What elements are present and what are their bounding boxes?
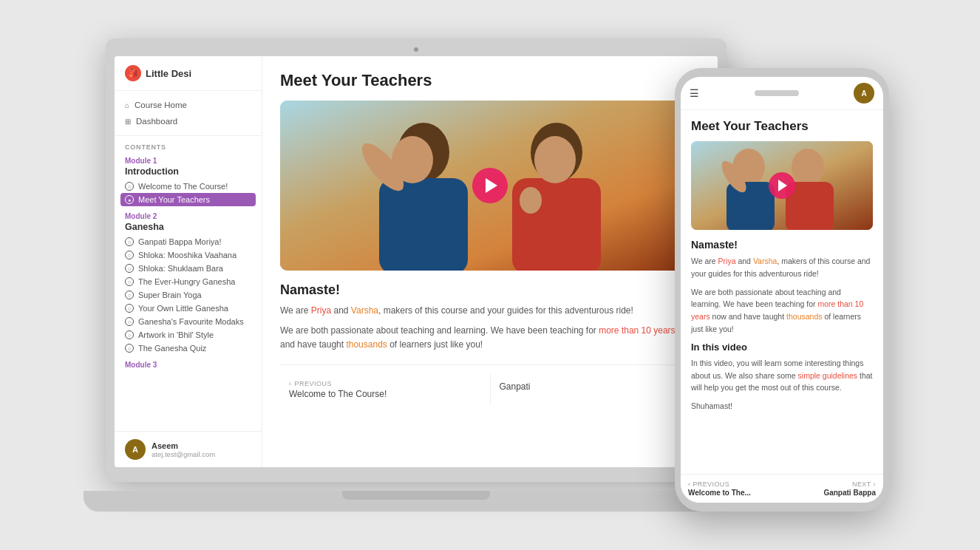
lesson-hungry-ganesha[interactable]: ○ The Ever-Hungry Ganesha xyxy=(125,275,251,288)
logo-icon: 🎒 xyxy=(125,65,141,81)
lesson-circle-icon: ○ xyxy=(125,182,134,191)
svg-point-8 xyxy=(520,187,542,214)
lesson-circle-mooshika: ○ xyxy=(125,251,134,259)
lesson-circle-bhil: ○ xyxy=(125,330,134,339)
lesson-mooshika[interactable]: ○ Shloka: Mooshika Vaahana xyxy=(125,248,251,262)
lesson-circle-shuklaam: ○ xyxy=(125,264,134,273)
lesson-shuklaam[interactable]: ○ Shloka: Shuklaam Bara xyxy=(125,262,251,275)
phone-varsha: Varsha xyxy=(753,257,777,265)
lesson-bhil-text: Artwork in 'Bhil' Style xyxy=(138,330,214,339)
years-highlight: more than 10 years xyxy=(599,325,675,336)
lesson-little-text: Your Own Little Ganesha xyxy=(138,304,228,313)
scene: 🎒 Little Desi ⌂ Course Home ⊞ Dashboard xyxy=(84,24,896,526)
phone-description-text: We are both passionate about teaching an… xyxy=(691,286,873,336)
lesson-quiz[interactable]: ○ The Ganesha Quiz xyxy=(125,342,251,355)
prev-text: Welcome to The Course! xyxy=(289,389,481,399)
sidebar-logo[interactable]: 🎒 Little Desi xyxy=(115,56,262,91)
phone-topbar: ☰ A xyxy=(681,77,883,110)
lesson-ganpati-text: Ganpati Bappa Moriya! xyxy=(138,237,222,246)
user-info: Aseem atej.test@gmail.com xyxy=(152,441,215,458)
lesson-welcome[interactable]: ○ Welcome to The Course! xyxy=(125,180,251,193)
phone-user-avatar: A xyxy=(854,83,874,103)
phone-shuhamast: Shuhamast! xyxy=(691,400,873,412)
phone-prev-label: ‹ PREVIOUS xyxy=(688,481,751,488)
laptop-camera xyxy=(414,47,418,52)
varsha-name: Varsha xyxy=(351,305,378,316)
laptop-body: 🎒 Little Desi ⌂ Course Home ⊞ Dashboard xyxy=(106,38,727,482)
svg-point-7 xyxy=(534,136,576,183)
svg-point-12 xyxy=(792,149,824,186)
lesson-meet-teachers-text: Meet Your Teachers xyxy=(138,195,210,204)
prev-arrow: ‹ xyxy=(289,380,292,387)
phone-intro-text: We are Priya and Varsha, makers of this … xyxy=(691,255,873,280)
phone-namaste: Namaste! xyxy=(691,239,873,251)
module-1-title: Introduction xyxy=(125,166,251,177)
page-title: Meet Your Teachers xyxy=(280,71,700,90)
next-text: Ganpati xyxy=(500,381,692,392)
user-email: atej.test@gmail.com xyxy=(152,450,215,458)
namaste-heading: Namaste! xyxy=(280,282,700,298)
lesson-circle-brain: ○ xyxy=(125,291,134,299)
phone-prev-lesson[interactable]: ‹ PREVIOUS Welcome to The... xyxy=(688,481,751,497)
lesson-circle-little: ○ xyxy=(125,304,134,313)
intro-paragraph: We are Priya and Varsha, makers of this … xyxy=(280,304,700,318)
svg-rect-11 xyxy=(727,182,775,230)
phone-years: more than 10 years xyxy=(691,299,863,321)
description-paragraph: We are both passionate about teaching an… xyxy=(280,324,700,352)
play-icon xyxy=(486,178,497,193)
laptop-base xyxy=(84,491,749,512)
laptop-device: 🎒 Little Desi ⌂ Course Home ⊞ Dashboard xyxy=(84,24,749,512)
lesson-shuklaam-text: Shloka: Shuklaam Bara xyxy=(138,264,223,273)
play-button[interactable] xyxy=(472,168,508,203)
user-name: Aseem xyxy=(152,441,215,450)
prev-label: ‹ PREVIOUS xyxy=(289,380,481,387)
sidebar-item-course-home[interactable]: ⌂ Course Home xyxy=(115,97,262,113)
main-content: Meet Your Teachers xyxy=(262,56,718,467)
sidebar-contents: CONTENTS Module 1 Introduction ○ Welcome… xyxy=(115,136,262,373)
phone-page-title: Meet Your Teachers xyxy=(691,119,873,134)
lesson-little-ganesha[interactable]: ○ Your Own Little Ganesha xyxy=(125,302,251,315)
phone-play-button[interactable] xyxy=(769,172,795,199)
lesson-ganpati[interactable]: ○ Ganpati Bappa Moriya! xyxy=(125,235,251,248)
priya-name: Priya xyxy=(311,305,331,316)
sidebar-navigation: ⌂ Course Home ⊞ Dashboard xyxy=(115,91,262,136)
lesson-bhil[interactable]: ○ Artwork in 'Bhil' Style xyxy=(125,328,251,342)
phone-next-lesson[interactable]: NEXT › Ganpati Bappa xyxy=(823,481,876,497)
phone-pill xyxy=(755,90,799,96)
phone-screen: ☰ A Meet Your Teachers xyxy=(681,77,883,503)
phone-guidelines: simple guidelines xyxy=(798,371,858,380)
lesson-mooshika-text: Shloka: Mooshika Vaahana xyxy=(138,251,237,259)
phone-next-label: NEXT › xyxy=(823,481,876,488)
thousands-highlight: thousands xyxy=(346,339,387,350)
module-2-title: Ganesha xyxy=(125,222,251,232)
contents-label: CONTENTS xyxy=(125,143,251,151)
lesson-brain-yoga[interactable]: ○ Super Brain Yoga xyxy=(125,288,251,302)
sidebar: 🎒 Little Desi ⌂ Course Home ⊞ Dashboard xyxy=(115,56,262,467)
lesson-brain-text: Super Brain Yoga xyxy=(138,291,202,299)
course-home-label: Course Home xyxy=(135,101,187,109)
lesson-navigation: ‹ PREVIOUS Welcome to The Course! Ganpat… xyxy=(280,364,700,405)
video-player[interactable] xyxy=(280,101,700,271)
phone-menu-icon[interactable]: ☰ xyxy=(690,87,699,99)
phone-content: Meet Your Teachers xyxy=(681,110,883,474)
prev-lesson[interactable]: ‹ PREVIOUS Welcome to The Course! xyxy=(280,374,491,405)
lesson-hungry-text: The Ever-Hungry Ganesha xyxy=(138,277,235,286)
laptop-screen: 🎒 Little Desi ⌂ Course Home ⊞ Dashboard xyxy=(115,56,718,467)
next-lesson[interactable]: Ganpati xyxy=(491,374,701,405)
lesson-meet-teachers[interactable]: ● Meet Your Teachers xyxy=(120,193,256,206)
lesson-modaks[interactable]: ○ Ganesha's Favourite Modaks xyxy=(125,315,251,328)
phone-video-player[interactable] xyxy=(691,141,873,230)
dashboard-label: Dashboard xyxy=(136,117,177,126)
phone-prev-text: Welcome to The... xyxy=(688,489,751,497)
home-icon: ⌂ xyxy=(125,101,129,109)
module-2-label: Module 2 xyxy=(125,212,251,220)
app-name: Little Desi xyxy=(146,68,191,79)
sidebar-user: A Aseem atej.test@gmail.com xyxy=(115,431,262,467)
phone-in-this-video: In this video xyxy=(691,342,873,353)
dashboard-icon: ⊞ xyxy=(125,118,131,126)
lesson-active-icon: ● xyxy=(125,195,134,204)
sidebar-item-dashboard[interactable]: ⊞ Dashboard xyxy=(115,113,262,129)
phone-next-text: Ganpati Bappa xyxy=(823,489,876,497)
module-1-label: Module 1 xyxy=(125,157,251,165)
svg-rect-2 xyxy=(379,178,468,271)
